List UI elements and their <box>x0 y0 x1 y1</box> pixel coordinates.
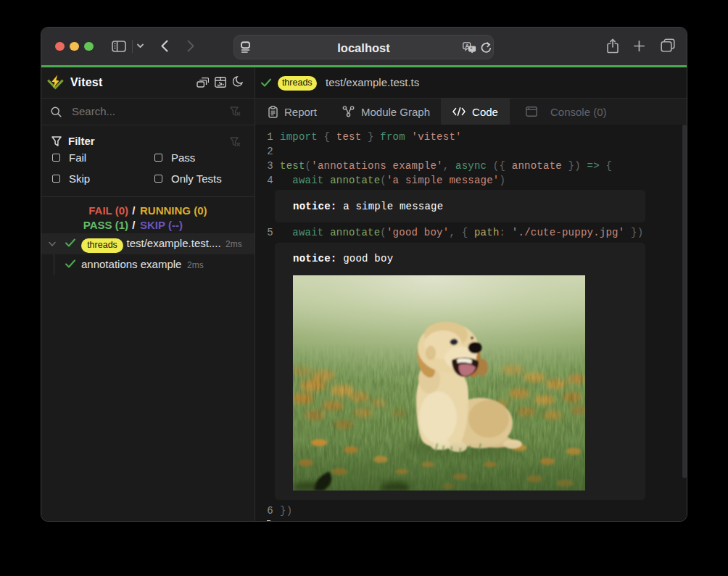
svg-text:*: * <box>471 46 473 52</box>
